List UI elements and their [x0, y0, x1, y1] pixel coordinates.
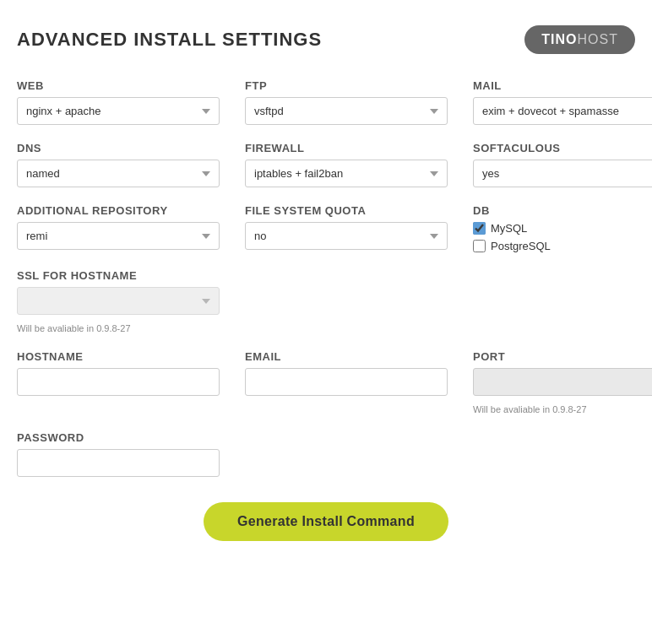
ssl-hostname-note: Will be avaliable in 0.9.8-27: [17, 323, 220, 333]
mysql-checkbox[interactable]: [473, 222, 486, 235]
email-group: Email: [245, 350, 448, 414]
ssl-hostname-select[interactable]: [17, 287, 220, 315]
db-label: DB: [473, 204, 652, 217]
db-group: DB MySQL PostgreSQL: [473, 204, 652, 252]
page-header: ADVANCED INSTALL SETTINGS TINOHOST: [17, 25, 635, 54]
logo-host: HOST: [578, 32, 618, 46]
softaculous-select[interactable]: yes no: [473, 160, 652, 187]
hostname-input[interactable]: [17, 368, 220, 396]
mysql-row: MySQL: [473, 222, 652, 235]
additional-repo-group: Additional Repository remi none: [17, 204, 220, 252]
port-input[interactable]: [473, 368, 652, 396]
port-group: Port Will be avaliable in 0.9.8-27: [473, 350, 652, 414]
additional-repo-label: Additional Repository: [17, 204, 220, 217]
web-label: WEB: [17, 79, 220, 92]
firewall-label: Firewall: [245, 142, 448, 154]
softaculous-label: SOFTACULOUS: [473, 142, 652, 154]
logo-tino: TINO: [541, 32, 577, 46]
password-input[interactable]: [17, 449, 220, 477]
dns-group: DNS named bind none: [17, 142, 220, 187]
firewall-group: Firewall iptables + fail2ban iptables no…: [245, 142, 448, 187]
firewall-select[interactable]: iptables + fail2ban iptables none: [245, 160, 448, 187]
mail-select[interactable]: exim + dovecot + spamasse exim exim + do…: [473, 97, 652, 125]
filesystem-quota-group: File System Quota no yes: [245, 204, 448, 252]
postgresql-label: PostgreSQL: [491, 240, 551, 252]
softaculous-group: SOFTACULOUS yes no: [473, 142, 652, 187]
password-group: Password: [17, 431, 220, 477]
generate-install-command-button[interactable]: Generate Install Command: [204, 502, 448, 541]
port-label: Port: [473, 350, 652, 363]
filesystem-quota-select[interactable]: no yes: [245, 222, 448, 250]
page-title: ADVANCED INSTALL SETTINGS: [17, 29, 322, 51]
mysql-label: MySQL: [491, 222, 527, 235]
email-label: Email: [245, 350, 448, 363]
mail-group: MAIL exim + dovecot + spamasse exim exim…: [473, 79, 652, 125]
web-select[interactable]: nginx + apache apache nginx: [17, 97, 220, 125]
postgresql-checkbox[interactable]: [473, 240, 486, 252]
button-section: Generate Install Command: [17, 502, 635, 541]
password-section: Password: [17, 431, 635, 477]
email-input[interactable]: [245, 368, 448, 396]
ssl-hostname-label: SSL for Hostname: [17, 269, 220, 282]
ftp-label: FTP: [245, 79, 448, 92]
ftp-select[interactable]: vsftpd proftpd pure-ftpd: [245, 97, 448, 125]
mail-label: MAIL: [473, 79, 652, 92]
additional-repo-select[interactable]: remi none: [17, 222, 220, 250]
dns-select[interactable]: named bind none: [17, 160, 220, 187]
dns-label: DNS: [17, 142, 220, 154]
port-note: Will be avaliable in 0.9.8-27: [473, 404, 652, 414]
web-group: WEB nginx + apache apache nginx: [17, 79, 220, 125]
hostname-group: Hostname: [17, 350, 220, 414]
postgresql-row: PostgreSQL: [473, 240, 652, 252]
ftp-group: FTP vsftpd proftpd pure-ftpd: [245, 79, 448, 125]
ssl-hostname-group: SSL for Hostname Will be avaliable in 0.…: [17, 269, 220, 333]
filesystem-quota-label: File System Quota: [245, 204, 448, 217]
password-label: Password: [17, 431, 220, 444]
hostname-label: Hostname: [17, 350, 220, 363]
logo: TINOHOST: [524, 25, 635, 54]
